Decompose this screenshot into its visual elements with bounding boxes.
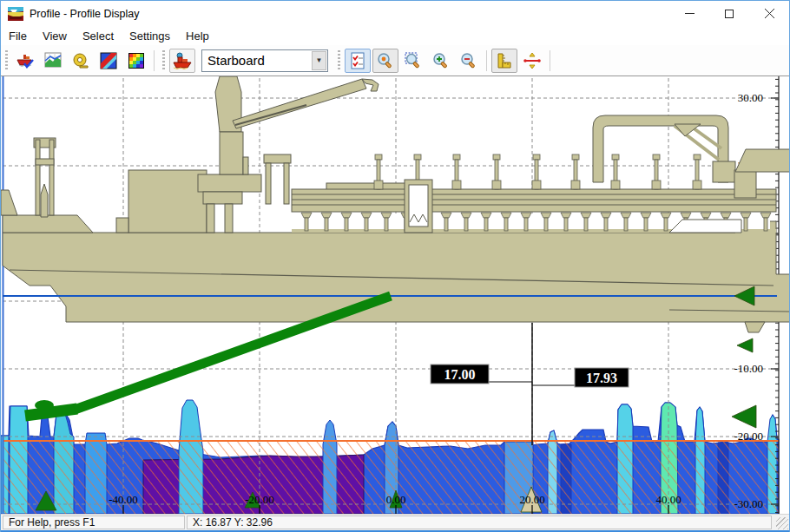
colonnade-column — [444, 218, 448, 231]
depth-value: 17.93 — [586, 371, 617, 385]
menu-select[interactable]: Select — [75, 28, 122, 44]
app-icon — [8, 7, 23, 21]
deck-post-base — [611, 181, 620, 189]
profile-chart-icon — [44, 52, 62, 69]
colonnade-column — [544, 218, 548, 231]
colonnade-column — [664, 218, 668, 231]
chevron-down-icon[interactable]: ▼ — [312, 51, 326, 70]
side-select-value: Starboard — [202, 53, 312, 68]
aft-arch — [593, 115, 728, 182]
zoom-in-button[interactable] — [428, 49, 454, 73]
menu-settings[interactable]: Settings — [122, 28, 178, 44]
zoom-window-icon — [405, 52, 422, 69]
profile-canvas[interactable]: 30.0020.0010.000.00-10.00-20.00-30.00 — [1, 76, 790, 514]
matrix-plot-button[interactable] — [123, 49, 149, 73]
profile-chart-button[interactable] — [40, 49, 66, 73]
deck-post-base — [571, 181, 580, 189]
colonnade-column — [365, 218, 368, 231]
depth-value: 17.00 — [444, 367, 476, 382]
colonnade-column — [584, 218, 588, 231]
tape-measure-icon — [72, 52, 89, 69]
tugboat-icon — [172, 52, 193, 69]
tape-measure-button[interactable] — [68, 49, 94, 73]
skeg — [745, 322, 765, 332]
draghead — [25, 409, 77, 416]
toolbar-grip[interactable] — [4, 50, 9, 71]
x-axis-label: -20.00 — [245, 493, 274, 506]
window-title: Profile - Profile Display — [30, 8, 669, 20]
colonnade-column — [604, 218, 608, 231]
colonnade-column — [484, 218, 488, 231]
deck-post-base — [532, 181, 541, 189]
draghead-hump — [35, 400, 54, 410]
velocity-plot-icon — [100, 52, 117, 69]
checklist-icon — [350, 52, 365, 69]
x-axis-label: -40.00 — [109, 493, 138, 506]
velocity-plot-button[interactable] — [95, 49, 122, 73]
x-axis-label: 0.00 — [386, 493, 406, 506]
menu-help[interactable]: Help — [178, 28, 217, 44]
measure-line-button[interactable] — [519, 49, 545, 73]
zoom-out-button[interactable] — [456, 49, 482, 73]
deck-post-cap — [414, 154, 421, 160]
checklist-button[interactable] — [345, 49, 371, 73]
x-axis-label: 20.00 — [519, 493, 544, 506]
status-coordinates: X: 16.87 Y: 32.96 — [187, 516, 772, 529]
menu-bar: File View Select Settings Help — [1, 26, 789, 45]
menu-file[interactable]: File — [1, 28, 35, 44]
y-axis-label: -10.00 — [734, 362, 763, 375]
colonnade-column — [764, 218, 767, 231]
hull — [3, 221, 790, 322]
deck-post-cap — [572, 154, 579, 160]
zoom-select-button[interactable] — [372, 49, 398, 73]
toolbar-grip[interactable] — [161, 50, 166, 71]
colonnade-column — [464, 218, 468, 231]
deck-post-base — [374, 181, 383, 189]
resize-grip[interactable] — [776, 517, 788, 529]
minimize-button[interactable] — [669, 1, 709, 26]
toolbar-separator — [550, 50, 550, 71]
deck-post-base — [652, 181, 661, 189]
ruler-button[interactable] — [491, 49, 517, 73]
left-marker-mid — [737, 338, 753, 352]
close-button[interactable] — [749, 1, 789, 26]
deck-post-base — [452, 181, 461, 189]
ruler-icon — [496, 52, 513, 69]
zoom-in-icon — [432, 52, 450, 69]
colonnade-column — [564, 218, 568, 231]
side-select-combobox[interactable]: Starboard ▼ — [201, 49, 328, 72]
deck-post-cap — [453, 154, 460, 160]
toolbar-separator — [154, 50, 155, 71]
deck-post-cap — [653, 154, 660, 160]
toolbar-grip[interactable] — [337, 50, 341, 71]
title-bar: Profile - Profile Display — [1, 0, 789, 26]
left-marker-low — [732, 405, 756, 428]
colonnade-column — [524, 218, 528, 231]
deck-post-cap — [375, 154, 382, 160]
y-axis-label: -30.00 — [734, 497, 763, 510]
toolbar: Starboard ▼ — [1, 45, 789, 76]
colonnade-column — [504, 218, 508, 231]
zoom-window-button[interactable] — [400, 49, 426, 73]
crane-boom — [233, 79, 366, 128]
tugboat-button[interactable] — [169, 49, 195, 73]
deck-post-cap — [612, 154, 619, 160]
ship-check-button[interactable] — [12, 49, 38, 73]
matrix-plot-icon — [128, 52, 145, 69]
colonnade-column — [305, 218, 308, 231]
deck-post-base — [693, 181, 701, 189]
colonnade-column — [325, 218, 328, 231]
menu-view[interactable]: View — [35, 28, 75, 44]
profile-plot[interactable]: 30.0020.0010.000.00-10.00-20.00-30.00 — [1, 76, 790, 514]
zoom-out-icon — [460, 52, 477, 69]
deck-post-cap — [533, 154, 540, 160]
toolbar-separator — [486, 50, 487, 71]
y-axis-label: 30.00 — [738, 91, 763, 104]
ship-check-icon — [16, 52, 35, 69]
colonnade-column — [345, 218, 348, 231]
maximize-button[interactable] — [709, 1, 749, 26]
deck-post-base — [492, 181, 501, 189]
deck-post-cap — [493, 154, 500, 160]
app-window: Profile - Profile Display File View Sele… — [0, 0, 790, 532]
deck-post-cap — [694, 154, 701, 160]
